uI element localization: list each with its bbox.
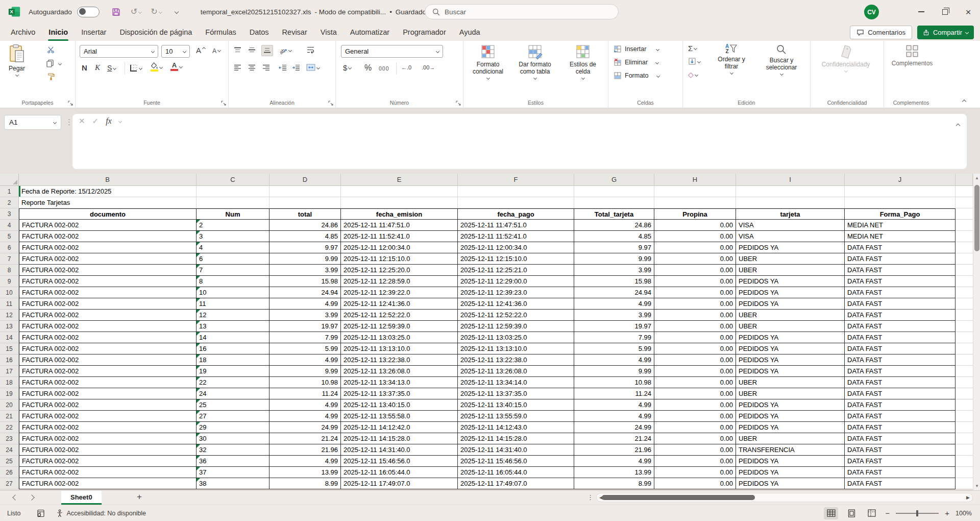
cell[interactable]: 32 — [197, 444, 270, 456]
cell[interactable]: 2025-12-11 13:34:13.0 — [341, 377, 458, 388]
cell[interactable]: 2025-12-11 12:25:20.0 — [341, 265, 458, 276]
cell[interactable] — [955, 310, 973, 321]
currency-button[interactable]: $ — [343, 63, 351, 72]
cell[interactable]: UBER — [736, 310, 845, 321]
cell[interactable]: 2025-12-11 13:40:15.0 — [458, 399, 574, 411]
cell[interactable]: 10.98 — [270, 377, 341, 388]
cell[interactable]: 0.00 — [654, 366, 736, 377]
cell[interactable]: 0.00 — [654, 298, 736, 310]
zoom-out-button[interactable]: − — [885, 509, 890, 517]
row-header-14[interactable]: 14 — [0, 332, 19, 343]
cell[interactable]: DATA FAST — [845, 411, 955, 422]
cell[interactable]: PEDIDOS YA — [736, 343, 845, 354]
cell[interactable]: FACTURA 002-002 — [19, 411, 197, 422]
cell[interactable] — [458, 197, 574, 208]
cell[interactable] — [955, 422, 973, 433]
cell[interactable] — [955, 377, 973, 388]
cell[interactable]: 13 — [197, 321, 270, 332]
decrease-font-button[interactable]: A — [212, 48, 220, 55]
cell[interactable] — [845, 186, 955, 197]
cell[interactable]: 2025-12-11 13:37:35.0 — [341, 388, 458, 399]
cell[interactable] — [955, 253, 973, 265]
cell[interactable]: 2025-12-11 12:25:21.0 — [458, 265, 574, 276]
tab-disposicion[interactable]: Disposición de página — [113, 23, 199, 41]
cell[interactable]: 30 — [197, 433, 270, 444]
cell[interactable]: 13.99 — [574, 467, 654, 478]
cell[interactable]: 11.24 — [270, 388, 341, 399]
cell[interactable]: DATA FAST — [845, 310, 955, 321]
cell[interactable]: 2025-12-11 11:47:51.0 — [458, 220, 574, 231]
cell[interactable]: UBER — [736, 321, 845, 332]
cell[interactable]: DATA FAST — [845, 366, 955, 377]
row-header-23[interactable]: 23 — [0, 433, 19, 444]
cell[interactable]: 2025-12-11 12:00:34.0 — [458, 242, 574, 253]
font-dialog-launcher-icon[interactable] — [221, 101, 226, 106]
cell[interactable]: VISA — [736, 231, 845, 242]
cell[interactable]: 0.00 — [654, 467, 736, 478]
row-header-18[interactable]: 18 — [0, 377, 19, 388]
cell[interactable]: FACTURA 002-002 — [19, 422, 197, 433]
cell[interactable] — [955, 287, 973, 298]
align-right-button[interactable] — [262, 64, 270, 71]
cell[interactable]: 2025-12-11 12:59:39.0 — [458, 321, 574, 332]
cell[interactable]: 0.00 — [654, 456, 736, 467]
autosave-toggle[interactable] — [77, 7, 100, 17]
cell[interactable]: 2025-12-11 13:40:15.0 — [341, 399, 458, 411]
cell[interactable]: TRANSFERENCIA — [736, 444, 845, 456]
cell[interactable]: 2025-12-11 17:49:07.0 — [341, 478, 458, 489]
cell[interactable]: 10.98 — [574, 377, 654, 388]
cell[interactable]: 10 — [197, 287, 270, 298]
row-header-7[interactable]: 7 — [0, 253, 19, 265]
cell[interactable]: 2025-12-11 13:22:38.0 — [341, 354, 458, 366]
number-dialog-launcher-icon[interactable] — [456, 101, 461, 106]
fill-color-button[interactable] — [150, 62, 162, 72]
cell[interactable]: PEDIDOS YA — [736, 399, 845, 411]
cell[interactable]: DATA FAST — [845, 332, 955, 343]
cell[interactable] — [955, 197, 973, 208]
cell[interactable]: 2025-12-11 13:26:08.0 — [458, 366, 574, 377]
zoom-slider-thumb[interactable] — [916, 510, 918, 516]
cell[interactable]: PEDIDOS YA — [736, 411, 845, 422]
row-header-6[interactable]: 6 — [0, 242, 19, 253]
cell-styles-button[interactable]: Estilos de celda — [561, 44, 604, 79]
cell[interactable]: 2025-12-11 13:26:08.0 — [341, 366, 458, 377]
vertical-scrollbar[interactable]: ▲ ▼ — [973, 174, 980, 490]
vertical-scroll-thumb[interactable] — [974, 185, 979, 251]
scrollbar-resize-handle[interactable]: ⋮ — [587, 493, 594, 501]
cell[interactable]: 6 — [197, 253, 270, 265]
cancel-icon[interactable]: ✕ — [79, 116, 85, 126]
cell[interactable]: 2025-12-11 12:15:10.0 — [458, 253, 574, 265]
redo-button[interactable]: ↻ — [151, 8, 161, 16]
tab-revisar[interactable]: Revisar — [276, 23, 314, 41]
conditional-format-button[interactable]: Formato condicional — [467, 44, 509, 79]
increase-decimal-button[interactable]: ←.0 — [401, 64, 411, 70]
cell[interactable] — [955, 265, 973, 276]
cell[interactable]: 0.00 — [654, 377, 736, 388]
cell[interactable]: 2025-12-11 14:12:43.0 — [458, 422, 574, 433]
insert-function-icon[interactable]: fx — [106, 116, 112, 126]
cell[interactable]: 36 — [197, 456, 270, 467]
cell[interactable]: 2025-12-11 12:41:36.0 — [341, 298, 458, 310]
cell[interactable]: Reporte Tarjetas — [19, 197, 197, 208]
cell[interactable]: 5.99 — [270, 343, 341, 354]
cell[interactable]: 2025-12-11 11:52:41.0 — [458, 231, 574, 242]
formula-input[interactable]: ✕ ✓ fx — [72, 114, 967, 169]
cell[interactable] — [955, 186, 973, 197]
format-painter-button[interactable] — [47, 73, 55, 81]
tab-archivo[interactable]: Archivo — [4, 23, 42, 41]
cell[interactable]: FACTURA 002-002 — [19, 231, 197, 242]
bold-button[interactable]: N — [82, 63, 87, 72]
close-button[interactable]: × — [957, 0, 980, 23]
row-header-4[interactable]: 4 — [0, 220, 19, 231]
underline-button[interactable]: S — [107, 64, 116, 72]
cell[interactable]: 24.99 — [574, 422, 654, 433]
cell[interactable]: DATA FAST — [845, 354, 955, 366]
cell[interactable]: 29 — [197, 422, 270, 433]
horizontal-scrollbar[interactable]: ◀ ▶ — [596, 493, 973, 502]
cell[interactable]: 16 — [197, 343, 270, 354]
row-header-19[interactable]: 19 — [0, 388, 19, 399]
confidentiality-button[interactable]: Confidencialidady — [818, 44, 874, 72]
format-as-table-button[interactable]: Dar formato como tabla — [513, 44, 556, 79]
cell[interactable]: FACTURA 002-002 — [19, 388, 197, 399]
cell[interactable]: FACTURA 002-002 — [19, 321, 197, 332]
